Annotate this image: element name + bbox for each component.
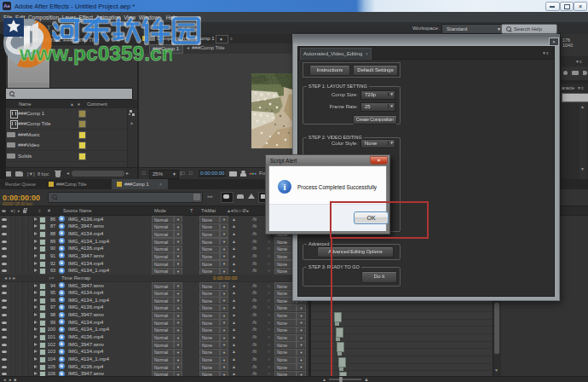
svg-text:www.pc0359.cn: www.pc0359.cn [19, 42, 172, 65]
